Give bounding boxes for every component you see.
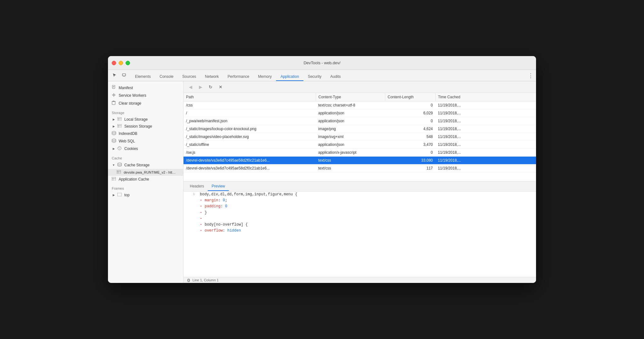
refresh-button[interactable]: ↻ — [206, 83, 215, 91]
sidebar-item-indexeddb[interactable]: IndexedDB — [108, 130, 183, 137]
cell-type: text/css — [316, 157, 385, 164]
sidebar-web-sql-label: Web SQL — [119, 139, 135, 143]
table-row[interactable]: /sw.jsapplication/x-javascript011/19/201… — [184, 149, 536, 157]
code-line-5: - — [184, 216, 536, 222]
code-line-2: - margin: 0; — [184, 198, 536, 204]
indexeddb-icon — [112, 131, 117, 136]
cell-time: 11/19/2018,... — [435, 133, 536, 141]
devtools-window: DevTools - web.dev/ Elements Console Sou… — [108, 56, 536, 283]
window-title: DevTools - web.dev/ — [303, 60, 340, 65]
cell-path: / — [184, 109, 316, 117]
sidebar-item-manifest[interactable]: Manifest — [108, 84, 183, 92]
expand-local-storage-icon: ▶ — [112, 118, 116, 121]
svg-rect-30 — [117, 170, 121, 174]
more-tabs-button[interactable]: ⋮ — [528, 72, 534, 81]
sidebar-item-clear-storage[interactable]: Clear storage — [108, 99, 183, 107]
cell-time: 11/19/2018,... — [435, 141, 536, 149]
session-storage-icon — [117, 124, 122, 129]
device-icon[interactable] — [120, 71, 128, 79]
col-header-length: Content-Length — [385, 93, 435, 101]
tab-console[interactable]: Console — [155, 73, 178, 81]
table-row[interactable]: /_static/images/video-placeholder.svgima… — [184, 133, 536, 141]
maximize-button[interactable] — [126, 61, 130, 65]
svg-rect-19 — [117, 124, 121, 128]
sidebar-service-workers-label: Service Workers — [119, 93, 146, 98]
code-line-3: - padding: 0 — [184, 204, 536, 210]
preview-panel: Headers Preview 1 body,div,dl,dd,form,im… — [184, 181, 536, 283]
cell-type: application/json — [316, 117, 385, 125]
service-workers-icon — [112, 93, 117, 98]
sidebar-item-frames-top[interactable]: ▶ top — [108, 192, 183, 198]
code-status-bar: {} Line 1, Column 1 — [184, 277, 536, 283]
storage-section-label: Storage — [108, 107, 183, 116]
cell-path: /devrel-devsite/va3e6d7c495ae58d2f0c21ab… — [184, 164, 316, 172]
col-header-type: Content-Type — [316, 93, 385, 101]
cell-type: application/x-javascript — [316, 149, 385, 157]
delete-button[interactable]: ✕ — [216, 83, 225, 91]
forward-button[interactable]: ▶ — [196, 83, 205, 91]
frames-section-label: Frames — [108, 183, 183, 192]
cursor-icon[interactable] — [110, 71, 119, 79]
table-row[interactable]: /devrel-devsite/va3e6d7c495ae58d2f0c21ab… — [184, 157, 536, 164]
cell-time: 11/19/2018,... — [435, 164, 536, 172]
svg-point-28 — [119, 148, 120, 149]
table-row[interactable]: /csstext/css; charset=utf-8011/19/2018,.… — [184, 101, 536, 109]
cell-time: 11/19/2018,... — [435, 157, 536, 164]
cell-path: /_static/images/video-placeholder.svg — [184, 133, 316, 141]
sidebar-item-web-sql[interactable]: Web SQL — [108, 137, 183, 145]
tab-security[interactable]: Security — [303, 73, 326, 81]
svg-rect-0 — [122, 74, 126, 76]
tab-headers[interactable]: Headers — [186, 182, 208, 191]
tab-network[interactable]: Network — [201, 73, 223, 81]
sidebar-item-app-cache[interactable]: Application Cache — [108, 176, 183, 183]
svg-rect-15 — [117, 117, 121, 121]
col-header-path: Path — [184, 93, 316, 101]
sidebar-pwa-cache-label: devsite.pwa_RUNTIME_v2 - https://web.c..… — [124, 170, 177, 174]
sidebar-item-local-storage[interactable]: ▶ Local Storage — [108, 116, 183, 123]
tab-sources[interactable]: Sources — [178, 73, 201, 81]
close-button[interactable] — [112, 61, 116, 65]
table-row[interactable]: /_pwa/web/manifest.jsonapplication/json0… — [184, 117, 536, 125]
table-row[interactable]: /application/json6,02911/19/2018,... — [184, 109, 536, 117]
table-row[interactable]: /_static/offlineapplication/json3,47011/… — [184, 141, 536, 149]
sidebar-local-storage-label: Local Storage — [124, 117, 148, 122]
tab-application[interactable]: Application — [276, 73, 303, 81]
tab-performance[interactable]: Performance — [223, 73, 254, 81]
devtools-tab-bar: Elements Console Sources Network Perform… — [108, 70, 536, 81]
tab-elements[interactable]: Elements — [131, 73, 155, 81]
tab-audits[interactable]: Audits — [326, 73, 345, 81]
sidebar-item-pwa-cache[interactable]: devsite.pwa_RUNTIME_v2 - https://web.c..… — [108, 169, 183, 176]
svg-rect-12 — [112, 101, 115, 105]
sidebar-manifest-label: Manifest — [119, 86, 133, 90]
cache-storage-icon — [117, 163, 122, 168]
table-row[interactable]: /_static/images/lockup-color-knockout.pn… — [184, 125, 536, 133]
svg-point-25 — [118, 147, 121, 150]
svg-point-27 — [120, 147, 120, 148]
col-header-time: Time Cached — [435, 93, 536, 101]
expand-cookies-icon: ▶ — [112, 147, 116, 151]
svg-rect-34 — [112, 177, 116, 181]
sidebar-item-session-storage[interactable]: ▶ Session Storage — [108, 123, 183, 130]
preview-tab-bar: Headers Preview — [184, 181, 536, 192]
cache-section-label: Cache — [108, 152, 183, 161]
panel-toolbar: ◀ ▶ ↻ ✕ — [184, 81, 536, 93]
code-line-7: - overflow: hidden — [184, 228, 536, 234]
svg-rect-14 — [113, 101, 114, 101]
sidebar-item-service-workers[interactable]: Service Workers — [108, 92, 183, 99]
cell-length: 548 — [385, 133, 435, 141]
sidebar-item-cache-storage[interactable]: ▼ Cache Storage — [108, 161, 183, 169]
sidebar-item-cookies[interactable]: ▶ Cookies — [108, 145, 183, 152]
tab-preview[interactable]: Preview — [208, 182, 229, 191]
sidebar-cache-storage-label: Cache Storage — [124, 163, 150, 167]
tab-memory[interactable]: Memory — [254, 73, 276, 81]
cell-path: /_static/images/lockup-color-knockout.pn… — [184, 125, 316, 133]
manifest-icon — [112, 85, 117, 90]
table-row[interactable]: /devrel-devsite/va3e6d7c495ae58d2f0c21ab… — [184, 164, 536, 172]
devtools-body: Manifest Service Workers Clear storage S… — [108, 81, 536, 283]
expand-session-storage-icon: ▶ — [112, 124, 116, 128]
svg-point-26 — [118, 147, 119, 148]
cell-length: 0 — [385, 149, 435, 157]
back-button[interactable]: ◀ — [186, 83, 195, 91]
main-panel: ◀ ▶ ↻ ✕ Path Content-Type Content-Length… — [184, 81, 536, 283]
minimize-button[interactable] — [119, 61, 123, 65]
